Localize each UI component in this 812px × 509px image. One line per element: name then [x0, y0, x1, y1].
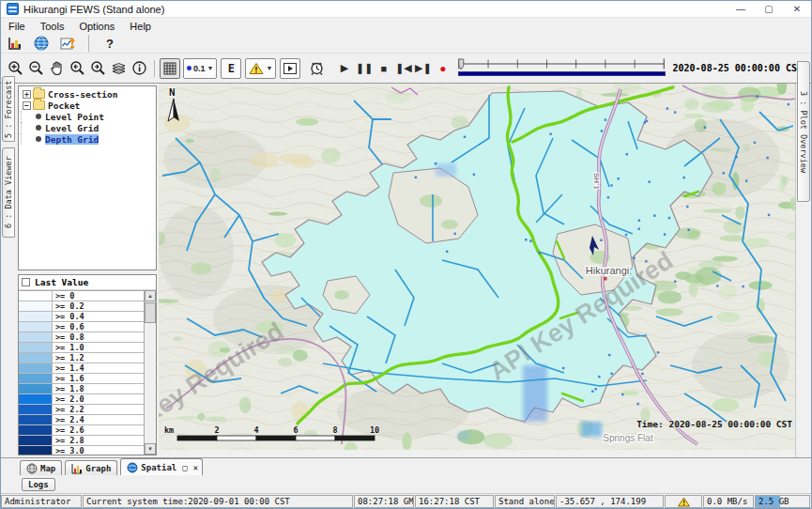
main-toolbar: ?	[1, 34, 811, 54]
tab-map[interactable]: Map	[20, 460, 62, 475]
legend-row[interactable]: >= 1.0	[19, 343, 144, 353]
close-button[interactable]: ✕	[783, 1, 811, 17]
pan-hand-icon[interactable]	[46, 58, 67, 79]
legend-swatch	[19, 436, 53, 445]
legend-row[interactable]: >= 0.4	[19, 312, 144, 322]
close-panel-icon[interactable]: ✕	[193, 463, 198, 472]
menu-options[interactable]: Options	[71, 20, 122, 33]
legend-swatch	[19, 353, 53, 362]
scroll-thumb[interactable]	[145, 302, 156, 323]
tree-item-level-point[interactable]: Level Point	[21, 111, 156, 122]
timeline-track	[456, 56, 666, 71]
logs-button[interactable]: Logs	[22, 478, 55, 491]
status-bar: Administrator Current system time:2020-0…	[1, 494, 811, 508]
scroll-up-icon[interactable]: ▲	[145, 290, 156, 301]
legend-label: >= 2.0	[53, 394, 84, 404]
tree-item-level-grid[interactable]: Level Grid	[21, 122, 156, 133]
tab-forecast[interactable]: 5 : Forecast	[2, 76, 15, 142]
last-value-checkbox[interactable]	[22, 278, 30, 286]
zoom-out-icon[interactable]	[25, 58, 46, 79]
legend-row[interactable]: >= 2.0	[19, 394, 144, 405]
menu-help[interactable]: Help	[122, 20, 159, 33]
tab-spatial[interactable]: Spatial ▢ ✕	[120, 458, 203, 475]
legend-row[interactable]: >= 1.4	[19, 363, 144, 374]
help-button[interactable]: ?	[100, 33, 120, 54]
map-viewport[interactable]: API Key Required API Key Required Hikura…	[159, 84, 795, 450]
legend-label: >= 2.6	[53, 425, 84, 435]
legend-row[interactable]: >= 2.2	[19, 405, 144, 415]
legend-label: >= 1.8	[53, 384, 84, 393]
legend-swatch	[19, 425, 53, 435]
step-back-button[interactable]: ❚◀	[393, 62, 413, 74]
legend-row[interactable]: >= 1.8	[19, 384, 144, 394]
tab-data-viewer[interactable]: 6 : Data Viewer	[2, 147, 15, 238]
pause-button[interactable]: ❚❚	[354, 62, 374, 74]
grid-classbreak-dropdown[interactable]: 0.1 ▼	[183, 58, 217, 79]
legend-label: >= 2.2	[53, 405, 84, 414]
legend-panel: Last Value >= 0>= 0.2>= 0.4>= 0.6>= 0.8>…	[18, 274, 157, 455]
menu-tools[interactable]: Tools	[33, 20, 72, 33]
timeseries-dialog-icon[interactable]	[57, 33, 78, 54]
app-window: Hikurangi FEWS (Stand alone) — ▢ ✕ FileT…	[0, 0, 812, 509]
longitudinal-profile-button[interactable]: E	[221, 58, 241, 79]
window-title: Hikurangi FEWS (Stand alone)	[23, 4, 164, 15]
tree-label: Pocket	[48, 100, 80, 111]
tree-item-pocket[interactable]: − Pocket	[21, 100, 156, 111]
minimize-button[interactable]: —	[727, 1, 755, 17]
legend-label: >= 0.8	[53, 332, 84, 342]
blue-globe-icon	[127, 462, 138, 473]
record-button[interactable]: ●	[433, 62, 452, 75]
last-value-checkbox-row[interactable]: Last Value	[19, 275, 156, 290]
tab-graph[interactable]: Graph	[65, 460, 117, 475]
legend-row[interactable]: >= 0.8	[19, 332, 144, 343]
expand-icon[interactable]: +	[23, 90, 31, 99]
explorer-chart-icon[interactable]	[5, 33, 25, 54]
maximize-button[interactable]: ▢	[755, 1, 783, 17]
legend-swatch	[19, 415, 53, 424]
last-value-label: Last Value	[35, 277, 88, 287]
tree-label: Level Point	[45, 112, 104, 122]
timeline-slider[interactable]	[456, 56, 666, 81]
tab-plot-overview[interactable]: 3 : Plot Overview	[797, 61, 810, 202]
map-toolbar: 0.1 ▼ E ▼ ▶ ❚❚ ■ ❚◀ ▶❚ ● 2020-08-25 00:0…	[1, 54, 811, 84]
info-icon[interactable]	[129, 58, 149, 79]
status-coordinates: -35.657 , 174.199	[556, 495, 664, 508]
bar-chart-icon	[71, 463, 83, 474]
chevron-down-icon: ▼	[266, 65, 272, 71]
legend-row[interactable]: >= 0	[19, 291, 144, 301]
zoom-previous-icon[interactable]	[67, 58, 87, 79]
scroll-down-icon[interactable]: ▼	[145, 443, 156, 455]
restore-panel-icon[interactable]: ▢	[182, 463, 187, 472]
legend-row[interactable]: >= 0.6	[19, 322, 144, 332]
warning-layer-dropdown[interactable]: ▼	[245, 58, 276, 79]
collapse-icon[interactable]: −	[23, 101, 31, 110]
legend-row[interactable]: >= 2.4	[19, 415, 144, 425]
layers-icon[interactable]	[108, 58, 129, 79]
legend-row[interactable]: >= 0.2	[19, 301, 144, 312]
legend-row[interactable]: >= 2.6	[19, 425, 144, 436]
status-warning-indicator[interactable]	[665, 495, 702, 508]
node-bullet-icon	[36, 125, 41, 131]
animation-timer-icon[interactable]	[306, 58, 327, 79]
zoom-next-icon[interactable]	[87, 58, 108, 79]
tree-label: Cross-section	[48, 89, 117, 100]
grid-display-button[interactable]	[160, 58, 180, 79]
node-bullet-icon	[36, 114, 41, 119]
step-forward-button[interactable]: ▶❚	[413, 62, 433, 74]
legend-row[interactable]: >= 2.8	[19, 436, 144, 446]
globe-icon[interactable]	[31, 33, 52, 54]
legend-row[interactable]: >= 1.2	[19, 353, 144, 363]
legend-scrollbar[interactable]: ▲ ▼	[144, 290, 156, 455]
legend-row[interactable]: >= 1.6	[19, 374, 144, 384]
town-label: Hikurangi	[586, 265, 629, 276]
legend-row[interactable]: >= 3.0	[19, 446, 144, 455]
warning-triangle-icon	[678, 497, 690, 507]
play-button[interactable]: ▶	[334, 62, 354, 74]
tree-item-depth-grid[interactable]: Depth Grid	[21, 133, 156, 145]
dock-tab-bar: Map Graph Spatial ▢ ✕	[1, 457, 811, 475]
app-logo-icon	[7, 3, 19, 15]
menu-file[interactable]: File	[1, 20, 33, 33]
data-viewer-panel: + Cross-section − Pocket Level Point	[16, 84, 159, 457]
animation-movie-button[interactable]	[280, 58, 300, 79]
stop-button[interactable]: ■	[374, 63, 393, 74]
